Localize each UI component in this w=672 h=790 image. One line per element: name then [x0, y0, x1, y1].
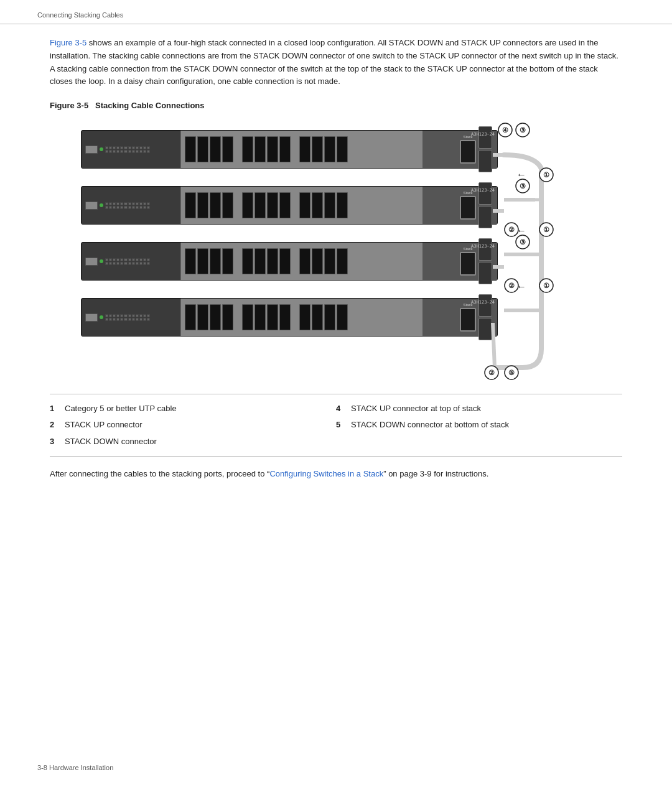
intro-paragraph: Figure 3-5 shows an example of a four-hi… — [50, 37, 622, 88]
figure-caption: Figure 3-5 Stacking Cable Connections — [50, 101, 622, 110]
legend-item-5: 5 STACK DOWN connector at bottom of stac… — [336, 419, 622, 430]
header-bar: Connecting Stacking Cables — [0, 0, 672, 24]
page-container: Connecting Stacking Cables Figure 3-5 sh… — [0, 0, 672, 790]
callout-2-sw2-text: ② — [508, 226, 515, 233]
callout-3-top-text: ③ — [520, 126, 526, 134]
figure-caption-title: Stacking Cable Connections — [95, 101, 205, 110]
cable-sw4-down — [493, 323, 495, 368]
callout-2-sw3-text: ② — [508, 282, 515, 289]
intro-text-body: shows an example of a four-high stack co… — [50, 38, 618, 86]
footer-note: After connecting the cables to the stack… — [50, 468, 622, 481]
legend-col-left: 1 Category 5 or better UTP cable 2 STACK… — [50, 403, 336, 447]
legend-item-1: 1 Category 5 or better UTP cable — [50, 403, 336, 414]
callout-5-sw4-text: ⑤ — [508, 369, 515, 376]
main-content: Figure 3-5 shows an example of a four-hi… — [0, 24, 672, 506]
callout-1-sw3-text: ① — [543, 282, 549, 289]
config-link[interactable]: Configuring Switches in a Stack — [269, 469, 383, 478]
callout-1-sw2-text: ① — [543, 226, 549, 233]
arrow1: ← — [516, 169, 526, 180]
legend-item-4: 4 STACK UP connector at top of stack — [336, 403, 622, 414]
callout-1-sw1-text: ① — [543, 171, 549, 179]
figure-caption-label: Figure 3-5 — [50, 101, 88, 110]
legend-area: 1 Category 5 or better UTP cable 2 STACK… — [50, 394, 622, 457]
breadcrumb: Connecting Stacking Cables — [37, 11, 123, 19]
legend-item-3: 3 STACK DOWN connector — [50, 436, 336, 447]
diagram-svg: ← ← ← ④ ③ ① ③ — [81, 119, 591, 380]
callout-3-sw2-text: ③ — [520, 182, 526, 190]
legend-item-2: 2 STACK UP connector — [50, 419, 336, 430]
legend-col-right: 4 STACK UP connector at top of stack 5 S… — [336, 403, 622, 447]
callout-3-sw3-text: ③ — [520, 238, 526, 246]
callout-4-text: ④ — [502, 126, 508, 134]
figure-area: ← ← ← ④ ③ ① ③ — [50, 119, 622, 380]
figure-link[interactable]: Figure 3-5 — [50, 38, 86, 47]
page-footer: 3-8 Hardware Installation — [37, 764, 113, 771]
callout-2-sw4-text: ② — [488, 369, 495, 376]
